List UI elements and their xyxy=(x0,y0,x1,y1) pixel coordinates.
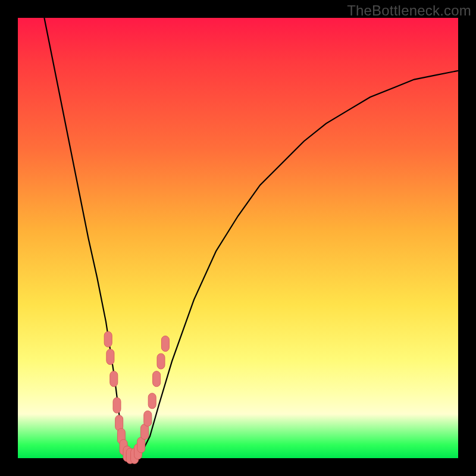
chart-svg xyxy=(18,18,458,458)
marker-point xyxy=(113,397,121,413)
marker-point xyxy=(104,331,112,347)
marker-point xyxy=(157,353,165,369)
watermark-text: TheBottleneck.com xyxy=(347,2,471,19)
chart-frame: TheBottleneck.com xyxy=(0,0,476,476)
marker-point xyxy=(144,411,152,426)
bottleneck-curve xyxy=(44,18,458,458)
marker-group xyxy=(104,331,169,464)
marker-point xyxy=(161,336,169,352)
marker-point xyxy=(153,371,161,387)
marker-point xyxy=(148,393,156,409)
marker-point xyxy=(110,371,118,387)
plot-area xyxy=(18,18,458,458)
marker-point xyxy=(107,349,114,365)
